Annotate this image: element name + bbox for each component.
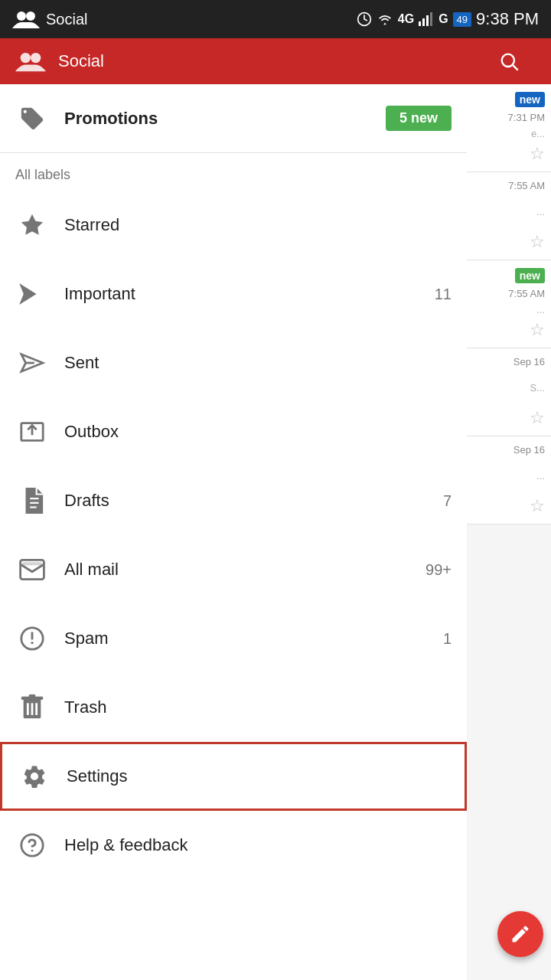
signal-icon	[419, 12, 434, 26]
email-excerpt-3: ...	[536, 304, 545, 315]
clock-icon	[357, 11, 372, 27]
important-menu-icon	[15, 277, 49, 311]
menu-item-drafts[interactable]: Drafts 7	[0, 466, 467, 535]
important-count: 11	[435, 286, 452, 303]
outbox-icon	[19, 419, 45, 445]
svg-point-9	[21, 53, 31, 63]
star-icon-3[interactable]: ☆	[530, 320, 545, 340]
spam-count: 1	[443, 630, 452, 648]
sent-icon	[19, 352, 45, 374]
star-menu-icon	[15, 208, 49, 242]
settings-label: Settings	[67, 766, 449, 786]
promotions-label: Promotions	[64, 109, 386, 129]
spam-icon	[19, 626, 45, 652]
promotions-icon	[15, 102, 49, 136]
svg-rect-4	[422, 18, 425, 26]
menu-item-spam[interactable]: Spam 1	[0, 604, 467, 673]
email-item[interactable]: new 7:31 PM e... ☆	[467, 84, 551, 172]
svg-rect-5	[426, 15, 429, 26]
allmail-menu-icon	[15, 553, 49, 586]
sent-label: Sent	[64, 353, 452, 373]
search-icon[interactable]	[498, 51, 520, 72]
star-icon-2[interactable]: ☆	[530, 232, 545, 252]
email-item[interactable]: Sep 16 ... ☆	[467, 436, 551, 524]
allmail-icon	[19, 559, 45, 580]
trash-label: Trash	[64, 697, 452, 717]
trash-icon	[21, 694, 44, 720]
svg-point-1	[26, 11, 35, 21]
draft-icon	[21, 488, 44, 514]
email-time-1: 7:31 PM	[508, 112, 545, 123]
svg-rect-20	[31, 632, 34, 640]
menu-item-outbox[interactable]: Outbox	[0, 397, 467, 466]
email-time-3: 7:55 AM	[508, 288, 545, 299]
starred-label: Starred	[64, 215, 452, 235]
help-label: Help & feedback	[64, 835, 452, 855]
email-item[interactable]: 7:55 AM ... ☆	[467, 172, 551, 260]
svg-rect-6	[430, 12, 432, 26]
menu-item-starred[interactable]: Starred	[0, 191, 467, 260]
spam-label: Spam	[64, 629, 443, 648]
battery-indicator: 49	[453, 12, 471, 27]
spam-menu-icon	[15, 622, 49, 655]
menu-item-help[interactable]: Help & feedback	[0, 811, 467, 880]
outbox-menu-icon	[15, 415, 49, 449]
important-icon	[19, 283, 45, 305]
svg-line-8	[513, 65, 518, 70]
star-icon	[19, 212, 45, 238]
wifi-icon	[377, 12, 393, 26]
email-item[interactable]: Sep 16 S... ☆	[467, 348, 551, 436]
help-menu-icon	[15, 828, 49, 862]
important-label: Important	[64, 284, 435, 304]
email-header	[467, 38, 551, 84]
email-panel: new 7:31 PM e... ☆ 7:55 AM ... ☆ new 7:5…	[467, 38, 551, 980]
all-labels-heading: All labels	[0, 153, 467, 191]
status-time: 9:38 PM	[476, 9, 539, 29]
menu-item-allmail[interactable]: All mail 99+	[0, 535, 467, 604]
new-badge-green: new	[515, 268, 545, 283]
navigation-drawer: Social Promotions 5 new All labels	[0, 38, 467, 980]
email-time-2: 7:55 AM	[508, 180, 545, 191]
svg-point-0	[17, 11, 26, 21]
star-icon-4[interactable]: ☆	[530, 408, 545, 428]
network-indicator: 4G	[398, 12, 414, 26]
promotions-item[interactable]: Promotions 5 new	[0, 84, 467, 153]
svg-point-29	[31, 850, 34, 852]
email-excerpt-1: e...	[531, 128, 545, 139]
status-bar-left: Social	[12, 8, 87, 30]
star-icon-5[interactable]: ☆	[530, 496, 545, 516]
tag-icon	[19, 106, 45, 132]
settings-icon	[21, 763, 47, 789]
new-badge-blue: new	[515, 92, 545, 107]
menu-item-settings[interactable]: Settings	[0, 742, 467, 811]
drafts-label: Drafts	[64, 491, 443, 511]
email-excerpt-5: ...	[536, 470, 545, 482]
drawer-people-icon	[15, 48, 46, 74]
outbox-label: Outbox	[64, 422, 452, 442]
email-excerpt-2: ...	[536, 206, 545, 217]
promotions-badge: 5 new	[386, 106, 452, 131]
social-people-icon	[12, 8, 40, 30]
menu-item-sent[interactable]: Sent	[0, 328, 467, 397]
settings-menu-icon	[18, 760, 51, 793]
svg-rect-18	[22, 562, 41, 565]
edit-icon	[510, 923, 531, 945]
drafts-count: 7	[443, 492, 452, 510]
email-item[interactable]: new 7:55 AM ... ☆	[467, 260, 551, 348]
svg-rect-24	[29, 694, 36, 697]
svg-point-7	[502, 54, 514, 67]
svg-rect-3	[419, 21, 421, 26]
email-excerpt-4: S...	[530, 382, 545, 394]
compose-fab[interactable]	[497, 911, 543, 957]
sent-menu-icon	[15, 346, 49, 380]
status-title: Social	[46, 11, 87, 28]
drawer-header: Social	[0, 38, 467, 84]
star-icon-1[interactable]: ☆	[530, 144, 545, 164]
menu-item-trash[interactable]: Trash	[0, 673, 467, 742]
main-container: new 7:31 PM e... ☆ 7:55 AM ... ☆ new 7:5…	[0, 38, 551, 980]
g-icon: G	[439, 12, 448, 26]
menu-item-important[interactable]: Important 11	[0, 260, 467, 328]
trash-menu-icon	[15, 691, 49, 724]
allmail-count: 99+	[425, 561, 452, 579]
drafts-menu-icon	[15, 484, 49, 518]
